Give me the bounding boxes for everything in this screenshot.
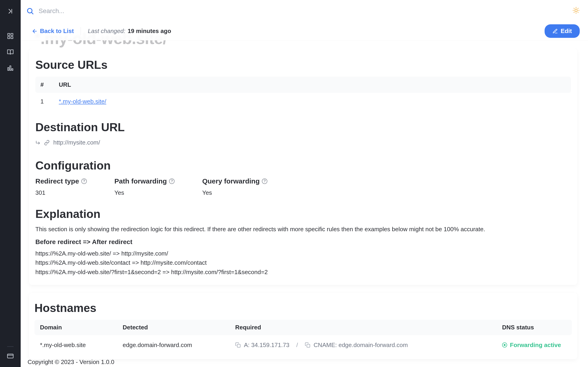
copy-icon <box>305 342 310 348</box>
svg-rect-2 <box>11 33 13 35</box>
required-a-label: A: <box>244 342 250 348</box>
configuration-title: Configuration <box>35 159 571 172</box>
svg-point-11 <box>575 9 578 11</box>
main-content: Source URLs # URL 1 *.my-old-web.site/ <box>23 49 583 367</box>
chevron-right-bar-icon <box>7 8 14 15</box>
help-icon[interactable]: ? <box>169 178 174 184</box>
status-active-icon <box>502 342 507 348</box>
actionbar-separator <box>81 27 81 35</box>
hostnames-card: Hostnames Domain Detected Required DNS s… <box>29 293 578 359</box>
theme-toggle-button[interactable] <box>572 7 580 16</box>
bars-icon <box>7 65 14 72</box>
wallet-icon <box>7 352 14 359</box>
grid-icon <box>7 33 14 40</box>
copy-cname-record-button[interactable] <box>305 342 310 348</box>
svg-line-19 <box>578 8 578 8</box>
search-icon <box>26 7 34 15</box>
svg-rect-7 <box>12 69 13 71</box>
hostnames-row-dns-status: Forwarding active <box>502 342 566 349</box>
sidebar-item-dashboard[interactable] <box>6 31 15 41</box>
sidebar-item-docs[interactable] <box>6 47 15 57</box>
config-path-forwarding: Path forwarding ? Yes <box>114 177 174 196</box>
svg-rect-6 <box>10 66 11 70</box>
subdirectory-arrow-icon <box>35 140 40 145</box>
svg-rect-8 <box>8 354 13 358</box>
svg-line-10 <box>32 13 33 14</box>
search-input[interactable] <box>38 7 572 15</box>
hostnames-row-domain: *.my-old-web.site <box>40 342 123 349</box>
config-path-forwarding-label: Path forwarding <box>114 177 167 185</box>
copy-icon <box>235 342 241 348</box>
footer-copyright: Copyright © 2023 - Version 1.0.0 <box>27 359 114 366</box>
svg-rect-5 <box>8 68 9 71</box>
last-changed-label: Last changed: <box>88 27 125 35</box>
section-configuration: Configuration Redirect type ? 301 Path f… <box>35 159 571 196</box>
svg-line-14 <box>574 8 574 8</box>
last-changed: Last changed: 19 minutes ago <box>88 27 171 35</box>
edit-button-label: Edit <box>561 27 572 35</box>
source-urls-header-index: # <box>35 77 54 93</box>
svg-rect-1 <box>8 33 10 35</box>
book-icon <box>7 49 14 56</box>
source-url-link[interactable]: *.my-old-web.site/ <box>59 98 106 105</box>
dns-status-label: Forwarding active <box>510 342 561 349</box>
actionbar: Back to List Last changed: 19 minutes ag… <box>21 22 588 40</box>
svg-rect-4 <box>11 37 13 39</box>
config-redirect-type: Redirect type ? 301 <box>35 177 87 196</box>
hostnames-header-dns: DNS status <box>502 324 566 331</box>
arrow-left-icon <box>32 28 38 34</box>
sidebar-collapse-button[interactable] <box>6 6 15 16</box>
sidebar-divider <box>7 346 14 347</box>
hostnames-table-header: Domain Detected Required DNS status <box>35 320 572 335</box>
edit-button[interactable]: Edit <box>545 24 580 38</box>
hostnames-header-detected: Detected <box>123 324 235 331</box>
source-urls-title: Source URLs <box>35 58 571 72</box>
destination-url-title: Destination URL <box>35 121 571 134</box>
sun-icon <box>572 7 580 14</box>
svg-line-18 <box>574 12 574 12</box>
hostnames-row-detected: edge.domain-forward.com <box>123 342 235 349</box>
table-row: *.my-old-web.site edge.domain-forward.co… <box>35 335 572 353</box>
config-query-forwarding-label: Query forwarding <box>202 177 259 185</box>
source-url-index: 1 <box>35 93 54 110</box>
svg-rect-3 <box>8 37 10 39</box>
config-redirect-type-label: Redirect type <box>35 177 79 185</box>
required-separator: / <box>296 342 298 349</box>
hostnames-header-domain: Domain <box>40 324 123 331</box>
section-explanation: Explanation This section is only showing… <box>35 207 571 277</box>
sidebar <box>0 0 21 367</box>
svg-rect-22 <box>307 344 310 347</box>
table-row: 1 *.my-old-web.site/ <box>35 93 571 110</box>
svg-line-15 <box>578 12 578 12</box>
pencil-icon <box>552 28 558 34</box>
hostnames-row-required: A: 34.159.171.73 / CNAME: edge.domain-fo… <box>235 342 502 349</box>
destination-url-value: http://mysite.com/ <box>53 139 100 146</box>
help-icon[interactable]: ? <box>262 178 267 184</box>
back-to-list-link[interactable]: Back to List <box>32 27 74 35</box>
explanation-subheading: Before redirect => After redirect <box>35 238 571 246</box>
required-cname-label: CNAME: <box>313 342 337 348</box>
redirect-detail-card: Source URLs # URL 1 *.my-old-web.site/ <box>29 49 578 285</box>
sidebar-item-billing[interactable] <box>6 351 15 361</box>
explanation-text: This section is only showing the redirec… <box>35 226 571 233</box>
hostnames-header-required: Required <box>235 324 502 331</box>
link-icon <box>44 140 50 145</box>
svg-rect-21 <box>237 344 240 347</box>
back-to-list-label: Back to List <box>40 27 74 35</box>
section-destination-url: Destination URL http://mysite.com/ <box>35 121 571 146</box>
config-query-forwarding: Query forwarding ? Yes <box>202 177 267 196</box>
required-cname-value: edge.domain-forward.com <box>338 342 408 348</box>
explanation-title: Explanation <box>35 207 571 221</box>
config-redirect-type-value: 301 <box>35 189 87 196</box>
required-a-value: 34.159.171.73 <box>251 342 289 348</box>
source-urls-header-url: URL <box>54 77 571 93</box>
config-query-forwarding-value: Yes <box>202 189 267 196</box>
copy-a-record-button[interactable] <box>235 342 241 348</box>
sidebar-item-analytics[interactable] <box>6 63 15 73</box>
source-urls-table: # URL 1 *.my-old-web.site/ <box>35 77 571 110</box>
explanation-examples: https://%2A.my-old-web.site/ => http://m… <box>35 249 571 277</box>
hostnames-title: Hostnames <box>35 301 572 315</box>
config-path-forwarding-value: Yes <box>114 189 174 196</box>
last-changed-value: 19 minutes ago <box>128 27 171 35</box>
help-icon[interactable]: ? <box>81 178 87 184</box>
